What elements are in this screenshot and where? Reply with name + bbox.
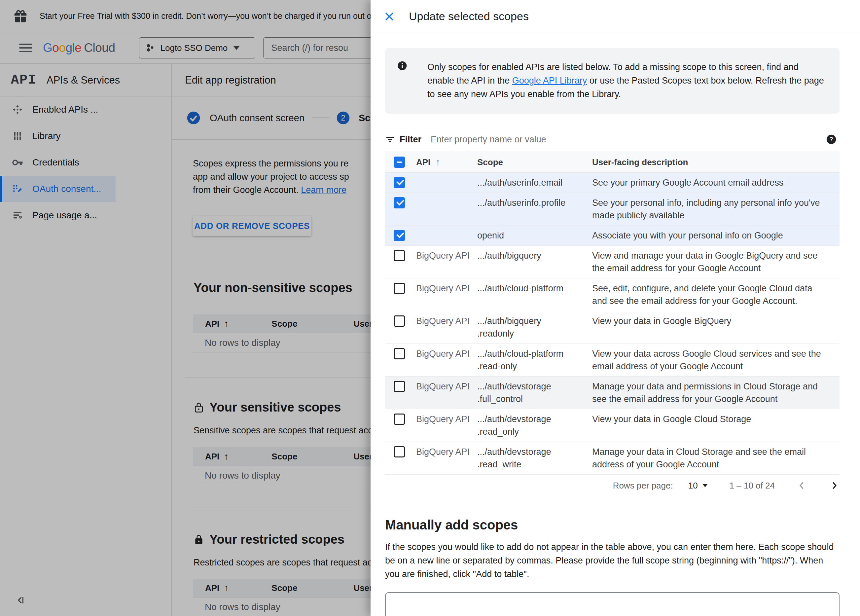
row-checkbox[interactable] — [394, 283, 405, 294]
scope-row[interactable]: BigQuery API .../auth/devstorage .read_w… — [385, 442, 840, 475]
update-scopes-panel: Update selected scopes Only scopes for e… — [370, 0, 860, 616]
row-api: BigQuery API — [416, 446, 477, 458]
sort-asc-icon[interactable]: ↑ — [436, 157, 440, 167]
row-checkbox[interactable] — [394, 316, 405, 327]
panel-header: Update selected scopes — [370, 0, 860, 33]
info-icon — [397, 60, 408, 101]
row-scope: openid — [477, 229, 592, 242]
scope-row[interactable]: BigQuery API .../auth/cloud-platform See… — [385, 278, 840, 311]
row-description: View your data in Google Cloud Storage — [592, 413, 823, 426]
scopes-table: API↑ Scope User-facing description .../a… — [385, 152, 840, 475]
row-scope: .../auth/userinfo.profile — [477, 196, 592, 209]
scope-row[interactable]: BigQuery API .../auth/devstorage .read_o… — [385, 409, 840, 442]
row-scope: .../auth/devstorage .read_write — [477, 446, 592, 471]
row-description: View and manage your data in Google BigQ… — [592, 249, 823, 275]
row-description: Manage your data and permissions in Clou… — [592, 380, 823, 405]
rows-per-page-label: Rows per page: — [613, 481, 673, 491]
scope-row[interactable]: BigQuery API .../auth/bigquery View and … — [385, 246, 840, 278]
row-checkbox[interactable] — [394, 381, 405, 392]
row-scope: .../auth/cloud-platform — [477, 282, 592, 295]
row-checkbox[interactable] — [394, 413, 405, 425]
filter-label: Filter — [400, 134, 421, 145]
next-page-icon[interactable] — [829, 480, 840, 491]
row-scope: .../auth/cloud-platform .read-only — [477, 347, 592, 372]
manual-scopes-textarea[interactable] — [385, 592, 840, 616]
filter-icon — [385, 134, 395, 145]
info-banner: Only scopes for enabled APIs are listed … — [385, 48, 840, 114]
row-checkbox[interactable] — [394, 250, 405, 261]
scope-row[interactable]: BigQuery API .../auth/cloud-platform .re… — [385, 344, 840, 377]
row-api: BigQuery API — [416, 249, 477, 262]
row-scope: .../auth/bigquery — [477, 249, 592, 262]
scopes-table-header: API↑ Scope User-facing description — [385, 152, 840, 173]
row-api: BigQuery API — [416, 315, 477, 327]
row-description: Associate you with your personal info on… — [592, 229, 823, 242]
row-description: See, edit, configure, and delete your Go… — [592, 282, 823, 307]
manually-add-scopes-description: If the scopes you would like to add do n… — [385, 541, 840, 581]
close-icon[interactable] — [384, 11, 395, 22]
google-cloud-console: Start your Free Trial with $300 in credi… — [0, 0, 860, 616]
help-icon[interactable]: ? — [825, 134, 837, 145]
scope-row[interactable]: BigQuery API .../auth/bigquery .readonly… — [385, 311, 840, 344]
previous-page-icon[interactable] — [797, 480, 807, 491]
row-api: BigQuery API — [416, 380, 477, 393]
pagination: Rows per page: 10 1 – 10 of 24 — [385, 475, 840, 497]
row-description: See your primary Google Account email ad… — [592, 176, 823, 189]
row-checkbox[interactable] — [394, 230, 405, 241]
row-checkbox[interactable] — [394, 197, 405, 208]
scope-row[interactable]: BigQuery API .../auth/devstorage .full_c… — [385, 377, 840, 409]
row-scope: .../auth/devstorage .read_only — [477, 413, 592, 438]
scope-row[interactable]: openid Associate you with your personal … — [385, 226, 840, 246]
row-description: Manage your data in Cloud Storage and se… — [592, 446, 823, 471]
google-api-library-link[interactable]: Google API Library — [512, 75, 587, 86]
manually-add-scopes-title: Manually add scopes — [385, 518, 840, 533]
scope-row[interactable]: .../auth/userinfo.profile See your perso… — [385, 193, 840, 226]
row-checkbox[interactable] — [394, 177, 405, 188]
modal-scrim[interactable] — [0, 0, 370, 616]
select-all-checkbox[interactable] — [394, 157, 405, 168]
chevron-down-icon — [703, 484, 708, 487]
svg-text:?: ? — [829, 136, 833, 143]
row-checkbox[interactable] — [394, 348, 405, 359]
scopes-table-body: .../auth/userinfo.email See your primary… — [385, 173, 840, 475]
scope-row[interactable]: .../auth/userinfo.email See your primary… — [385, 173, 840, 193]
row-description: View your data across Google Cloud servi… — [592, 347, 823, 372]
pagination-range: 1 – 10 of 24 — [730, 481, 775, 491]
row-api: BigQuery API — [416, 282, 477, 295]
row-scope: .../auth/userinfo.email — [477, 176, 592, 189]
row-scope: .../auth/devstorage .full_control — [477, 380, 592, 405]
row-scope: .../auth/bigquery .readonly — [477, 315, 592, 340]
row-api: BigQuery API — [416, 413, 477, 426]
row-description: View your data in Google BigQuery — [592, 315, 823, 327]
row-api: BigQuery API — [416, 347, 477, 360]
row-description: See your personal info, including any pe… — [592, 196, 823, 222]
filter-bar: Filter ? — [385, 127, 840, 152]
filter-input[interactable] — [431, 134, 825, 145]
panel-title: Update selected scopes — [409, 10, 529, 23]
row-checkbox[interactable] — [394, 446, 405, 457]
rows-per-page-select[interactable]: 10 — [688, 481, 708, 491]
panel-body: Only scopes for enabled APIs are listed … — [385, 33, 840, 616]
